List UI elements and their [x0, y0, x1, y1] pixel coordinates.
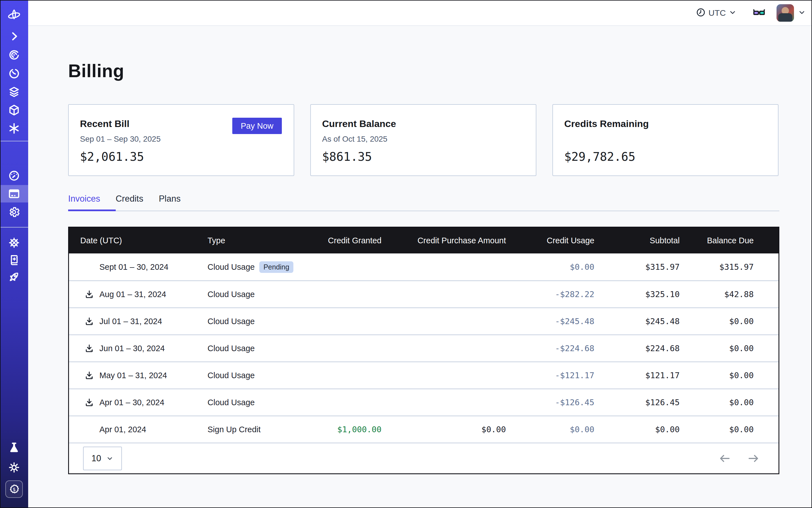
timezone-label: UTC — [709, 8, 726, 18]
pay-now-button[interactable]: Pay Now — [232, 118, 282, 134]
observability-icon[interactable] — [0, 46, 28, 64]
labs-flask-icon[interactable] — [0, 439, 28, 457]
page-size-select[interactable]: 10 — [83, 447, 122, 470]
billing-nav-icon[interactable] — [0, 185, 28, 203]
invoice-row: Aug 01 – 31, 2024 Cloud Usage -$282.22 $… — [69, 281, 778, 307]
user-avatar[interactable] — [776, 4, 794, 22]
recent-bill-amount: $2,061.35 — [80, 150, 144, 164]
credits-remaining-amount: $29,782.65 — [564, 150, 636, 164]
table-body: Sept 01 – 30, 2024 Cloud Usage Pending $… — [69, 253, 778, 443]
table-header: Date (UTC) Type Credit Granted Credit Pu… — [69, 227, 778, 253]
invoice-period: Jul 01 – 31, 2024 — [99, 317, 162, 326]
as-of-date: As of Oct 15, 2025 — [322, 135, 387, 143]
col-type: Type — [208, 236, 303, 245]
subtotal-value: $121.17 — [594, 371, 680, 380]
timezone-selector[interactable]: UTC — [696, 8, 736, 18]
card-title: Current Balance — [322, 118, 396, 129]
topbar: UTC — [28, 0, 812, 26]
invoice-period: Aug 01 – 31, 2024 — [99, 290, 166, 299]
invoice-type: Cloud Usage — [208, 398, 255, 407]
usage-gauge-icon[interactable] — [0, 167, 28, 184]
subtotal-value: $0.00 — [594, 425, 680, 434]
col-balance-due: Balance Due — [680, 236, 754, 245]
download-invoice-button[interactable] — [84, 370, 95, 381]
page-size-value: 10 — [91, 453, 101, 464]
subtotal-value: $224.68 — [594, 344, 680, 353]
balance-due-value: $0.00 — [680, 316, 754, 326]
asterisk-icon[interactable] — [0, 120, 28, 137]
invoice-type: Cloud Usage — [208, 262, 255, 272]
col-subtotal: Subtotal — [594, 236, 680, 245]
subtotal-value: $245.48 — [594, 316, 680, 326]
invoice-period: May 01 – 31, 2024 — [99, 371, 167, 380]
credit-usage-value: -$126.45 — [506, 397, 594, 407]
credit-usage-value: $0.00 — [506, 262, 594, 272]
sidebar-divider — [0, 227, 28, 227]
prev-page-button[interactable] — [718, 452, 731, 465]
clock-icon — [696, 8, 706, 18]
balance-due-value: $0.00 — [680, 344, 754, 353]
rocket-icon[interactable] — [0, 268, 28, 286]
helm-icon[interactable] — [0, 234, 28, 251]
card-title: Credits Remaining — [564, 118, 649, 129]
invoice-type: Sign Up Credit — [208, 425, 261, 434]
subtotal-value: $325.10 — [594, 290, 680, 299]
download-invoice-button[interactable] — [84, 397, 95, 408]
balance-due-value: $0.00 — [680, 425, 754, 434]
tab-credits[interactable]: Credits — [116, 194, 159, 211]
credit-usage-value: $0.00 — [506, 425, 594, 434]
invoice-period: Sept 01 – 30, 2024 — [99, 262, 168, 272]
svg-text:$: $ — [12, 486, 15, 492]
invoice-row: Sept 01 – 30, 2024 Cloud Usage Pending $… — [69, 253, 778, 281]
billing-period: Sep 01 – Sep 30, 2025 — [80, 135, 161, 143]
invoice-row: Jun 01 – 30, 2024 Cloud Usage -$224.68 $… — [69, 335, 778, 362]
chevron-down-icon — [729, 8, 736, 17]
docs-book-icon[interactable] — [0, 251, 28, 269]
collapse-chevron-right-icon[interactable] — [0, 28, 28, 45]
sidebar: $ — [0, 0, 28, 508]
tab-invoices[interactable]: Invoices — [68, 194, 116, 211]
col-credit-purchase: Credit Purchase Amount — [382, 236, 506, 245]
next-page-button[interactable] — [747, 452, 760, 465]
theme-brightness-icon[interactable] — [0, 459, 28, 476]
invoices-table: Date (UTC) Type Credit Granted Credit Pu… — [68, 227, 779, 474]
invoice-type: Cloud Usage — [208, 290, 255, 299]
credits-remaining-card: Credits Remaining $29,782.65 — [552, 104, 778, 176]
invoice-type: Cloud Usage — [208, 344, 255, 353]
col-credit-usage: Credit Usage — [506, 236, 594, 245]
col-date: Date (UTC) — [69, 236, 208, 245]
col-credit-granted: Credit Granted — [303, 236, 382, 245]
balance-due-value: $0.00 — [680, 397, 754, 407]
download-invoice-button[interactable] — [84, 343, 95, 354]
cube-icon[interactable] — [0, 101, 28, 119]
invoice-period: Jun 01 – 30, 2024 — [99, 344, 165, 353]
settings-gear-icon[interactable] — [0, 203, 28, 221]
layers-icon[interactable] — [0, 83, 28, 100]
invoice-period: Apr 01, 2024 — [99, 425, 146, 434]
history-icon[interactable] — [0, 65, 28, 82]
download-invoice-button[interactable] — [84, 316, 95, 327]
card-title: Recent Bill — [80, 118, 130, 129]
page-title: Billing — [68, 60, 124, 81]
status-badge: Pending — [259, 261, 294, 273]
glasses-icon[interactable] — [752, 6, 766, 20]
balance-due-value: $315.97 — [680, 262, 754, 272]
billing-tabs: Invoices Credits Plans — [68, 194, 779, 211]
invoice-row: May 01 – 31, 2024 Cloud Usage -$121.17 $… — [69, 362, 778, 389]
subtotal-value: $126.45 — [594, 397, 680, 407]
app-logo-icon[interactable] — [0, 7, 28, 25]
credit-purchase-value: $0.00 — [382, 425, 506, 434]
recent-bill-card: Recent Bill Sep 01 – Sep 30, 2025 $2,061… — [68, 104, 294, 176]
credit-granted-value: $1,000.00 — [303, 425, 382, 434]
chevron-down-icon[interactable] — [798, 8, 806, 17]
sidebar-divider — [0, 141, 28, 141]
credit-usage-value: -$224.68 — [506, 344, 594, 353]
invoice-type: Cloud Usage — [208, 371, 255, 380]
credits-dollar-badge-button[interactable]: $ — [5, 480, 23, 498]
invoice-row: Apr 01 – 30, 2024 Cloud Usage -$126.45 $… — [69, 389, 778, 416]
tab-plans[interactable]: Plans — [159, 194, 196, 211]
table-footer: 10 — [69, 443, 778, 473]
download-invoice-button[interactable] — [84, 289, 95, 300]
invoice-type: Cloud Usage — [208, 317, 255, 326]
subtotal-value: $315.97 — [594, 262, 680, 272]
